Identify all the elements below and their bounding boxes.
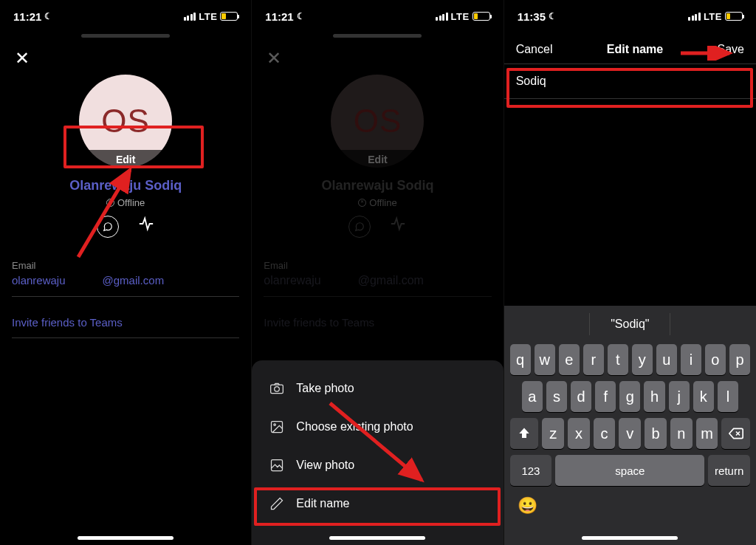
space-key[interactable]: space — [555, 455, 704, 486]
close-button: ✕ — [252, 38, 503, 72]
email-value: olanrewaju@gmail.com — [264, 274, 491, 287]
key-p[interactable]: p — [729, 344, 750, 375]
home-indicator[interactable] — [329, 536, 425, 540]
chat-icon — [348, 216, 371, 238]
edit-avatar-button: Edit — [331, 150, 424, 169]
numbers-key[interactable]: 123 — [510, 455, 552, 486]
keyboard: "Sodiq" q w e r t y u i o p a s d f g — [504, 306, 756, 545]
dnd-moon-icon: ☾ — [44, 11, 52, 21]
key-n[interactable]: n — [670, 418, 693, 449]
user-name: Olanrewaju Sodiq — [252, 178, 503, 193]
activity-icon — [390, 216, 406, 238]
take-photo-option[interactable]: Take photo — [252, 369, 503, 408]
suggestion[interactable]: "Sodiq" — [590, 313, 670, 335]
key-k[interactable]: k — [693, 381, 714, 412]
key-row-1: q w e r t y u i o p — [507, 341, 753, 378]
shift-key[interactable] — [510, 418, 539, 449]
edit-avatar-button[interactable]: Edit — [79, 150, 172, 169]
key-c[interactable]: c — [594, 418, 616, 449]
invite-friends-link[interactable]: Invite friends to Teams — [12, 316, 239, 329]
invite-friends-link: Invite friends to Teams — [264, 316, 491, 329]
home-indicator[interactable] — [78, 536, 173, 540]
key-e[interactable]: e — [559, 344, 580, 375]
key-q[interactable]: q — [510, 344, 531, 375]
avatar-initials: OS — [101, 103, 150, 140]
key-w[interactable]: w — [535, 344, 555, 375]
home-indicator[interactable] — [582, 536, 678, 540]
gallery-icon — [269, 419, 284, 434]
email-label: Email — [12, 260, 239, 271]
nav-bar: Cancel Edit name Save — [504, 32, 756, 64]
email-value[interactable]: olanrewaju@gmail.com — [12, 274, 239, 287]
action-sheet: Take photo Choose existing photo View ph… — [252, 360, 503, 545]
avatar: OS Edit — [331, 75, 424, 168]
key-y[interactable]: y — [632, 344, 653, 375]
key-b[interactable]: b — [645, 418, 667, 449]
email-label: Email — [264, 260, 491, 271]
key-h[interactable]: h — [644, 381, 664, 412]
status-bar: 11:21 ☾ LTE 29 — [0, 0, 251, 32]
name-input[interactable] — [516, 75, 744, 88]
svg-rect-2 — [271, 385, 284, 394]
suggestion-bar: "Sodiq" — [507, 310, 753, 341]
emoji-key[interactable]: 😀 — [518, 496, 537, 515]
key-u[interactable]: u — [656, 344, 677, 375]
camera-icon — [269, 381, 284, 396]
name-input-row[interactable] — [504, 64, 756, 99]
status-bar: 11:35 ☾ LTE 27 — [504, 0, 756, 32]
activity-icon[interactable] — [138, 216, 154, 238]
key-d[interactable]: d — [571, 381, 591, 412]
key-f[interactable]: f — [595, 381, 616, 412]
cancel-button[interactable]: Cancel — [516, 43, 553, 56]
key-x[interactable]: x — [568, 418, 590, 449]
presence-status: Offline — [0, 197, 251, 208]
screen-profile: 11:21 ☾ LTE 29 ✕ OS Edit Olanrewaju Sodi… — [0, 0, 252, 545]
key-r[interactable]: r — [583, 344, 604, 375]
key-v[interactable]: v — [619, 418, 641, 449]
screen-action-sheet: 11:21 ☾ LTE 29 ✕ OS Edit Olanrewaju Sodi… — [252, 0, 504, 545]
offline-icon — [358, 199, 366, 207]
page-title: Edit name — [607, 43, 663, 56]
edit-name-option[interactable]: Edit name — [252, 484, 503, 523]
key-z[interactable]: z — [542, 418, 564, 449]
key-row-2: a s d f g h j k l — [507, 378, 753, 415]
key-a[interactable]: a — [522, 381, 543, 412]
close-button[interactable]: ✕ — [0, 38, 251, 72]
avatar-initials: OS — [354, 103, 402, 140]
battery-icon: 27 — [725, 12, 743, 21]
dnd-moon-icon: ☾ — [549, 11, 557, 21]
key-l[interactable]: l — [718, 381, 738, 412]
svg-rect-6 — [272, 460, 283, 471]
backspace-key[interactable] — [721, 418, 750, 449]
status-time: 11:21 — [13, 10, 41, 23]
key-row-4: 123 space return — [507, 452, 753, 489]
key-o[interactable]: o — [705, 344, 726, 375]
return-key[interactable]: return — [708, 455, 750, 486]
network-label: LTE — [704, 11, 722, 22]
key-j[interactable]: j — [669, 381, 690, 412]
view-photo-option[interactable]: View photo — [252, 446, 503, 484]
signal-icon — [436, 13, 448, 21]
battery-icon: 29 — [472, 12, 490, 21]
key-t[interactable]: t — [608, 344, 628, 375]
avatar[interactable]: OS Edit — [79, 75, 172, 168]
key-m[interactable]: m — [696, 418, 718, 449]
key-row-3: z x c v b n m — [507, 415, 753, 452]
status-time: 11:21 — [265, 10, 293, 23]
key-s[interactable]: s — [546, 381, 567, 412]
key-g[interactable]: g — [619, 381, 640, 412]
network-label: LTE — [199, 11, 217, 22]
pencil-icon — [269, 496, 284, 511]
signal-icon — [688, 13, 701, 21]
choose-photo-option[interactable]: Choose existing photo — [252, 408, 503, 446]
status-bar: 11:21 ☾ LTE 29 — [252, 0, 503, 32]
status-time: 11:35 — [518, 10, 546, 23]
user-name: Olanrewaju Sodiq — [0, 178, 251, 193]
signal-icon — [184, 13, 196, 21]
key-i[interactable]: i — [681, 344, 701, 375]
dnd-moon-icon: ☾ — [297, 11, 305, 21]
save-button[interactable]: Save — [718, 43, 744, 56]
battery-icon: 29 — [220, 12, 238, 21]
chat-icon[interactable] — [97, 216, 119, 238]
screen-edit-name: 11:35 ☾ LTE 27 Cancel Edit name Save — [504, 0, 756, 545]
